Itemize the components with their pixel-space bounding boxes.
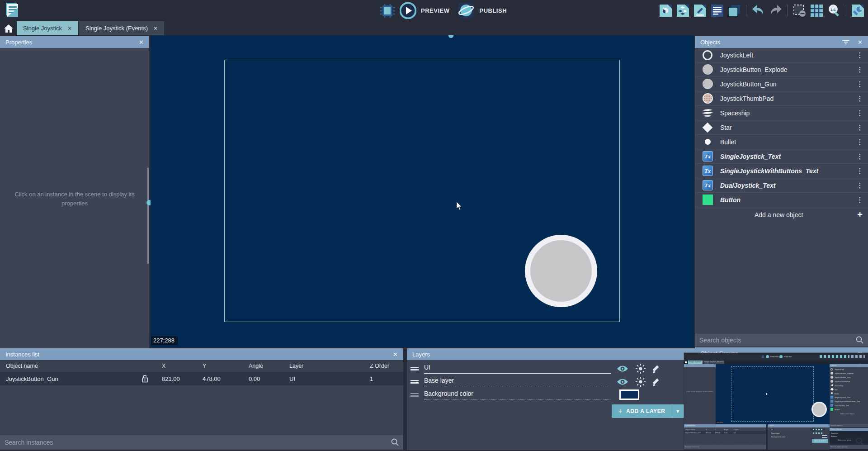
miniature-window-overlay: PREVIEW PUBLISH Single Joystick Single J… bbox=[684, 353, 868, 450]
layer-row[interactable]: UI bbox=[407, 362, 695, 375]
object-menu-icon[interactable]: ⋮ bbox=[856, 167, 863, 175]
preview-play-icon[interactable] bbox=[400, 2, 416, 19]
close-icon[interactable]: ✕ bbox=[858, 39, 863, 46]
objects-panel: Objects ✕ JoystickLeft ⋮ JoystickButton_… bbox=[695, 36, 868, 347]
object-row[interactable]: Spaceship ⋮ bbox=[695, 106, 868, 120]
mini-coord-badge: 476;312 bbox=[716, 421, 723, 423]
chevron-down-icon[interactable]: ▼ bbox=[672, 404, 684, 418]
drag-handle-icon[interactable] bbox=[410, 366, 419, 372]
layers-editor-icon[interactable] bbox=[728, 4, 741, 17]
mini-search-groups: Search object groups bbox=[830, 445, 868, 449]
tab-events[interactable]: Single Joystick (Events) ✕ bbox=[79, 21, 164, 35]
instances-list-icon[interactable] bbox=[711, 4, 724, 17]
layer-effects-icon[interactable] bbox=[636, 377, 646, 387]
object-menu-icon[interactable]: ⋮ bbox=[856, 95, 863, 103]
publish-button[interactable]: PUBLISH bbox=[479, 7, 507, 14]
mini-scene: 476;312 bbox=[716, 364, 830, 424]
object-row[interactable]: Tx DualJoystick_Text ⋮ bbox=[695, 178, 868, 193]
tab-scene[interactable]: Single Joystick ✕ bbox=[17, 21, 78, 35]
object-menu-icon[interactable]: ⋮ bbox=[856, 109, 863, 117]
objects-editor-icon[interactable] bbox=[659, 4, 672, 17]
objects-search-bar bbox=[695, 334, 868, 346]
object-row[interactable]: JoystickButton_Gun ⋮ bbox=[695, 77, 868, 91]
gray-circle-icon bbox=[703, 64, 713, 75]
properties-editor-icon[interactable] bbox=[693, 4, 707, 17]
object-row[interactable]: Button ⋮ bbox=[695, 193, 868, 207]
home-tab[interactable] bbox=[0, 21, 17, 35]
edit-pencil-icon[interactable] bbox=[653, 364, 662, 373]
preview-publish-toolbar: PREVIEW PUBLISH bbox=[380, 0, 507, 21]
object-row[interactable]: JoystickLeft ⋮ bbox=[695, 48, 868, 62]
preview-button[interactable]: PREVIEW bbox=[421, 7, 449, 14]
joystick-button-instance[interactable] bbox=[525, 235, 597, 307]
grid-icon[interactable] bbox=[810, 4, 823, 17]
object-menu-icon[interactable]: ⋮ bbox=[856, 196, 863, 204]
object-row[interactable]: Tx SingleJoystickWithButtons_Text ⋮ bbox=[695, 164, 868, 178]
instance-row[interactable]: JoystickButton_Gun 821.00 478.00 0.00 UI… bbox=[0, 372, 403, 385]
spaceship-icon bbox=[702, 108, 713, 118]
instances-column-headers: Object name X Y Angle Layer Z Order bbox=[0, 360, 403, 372]
object-row[interactable]: JoystickThumbPad ⋮ bbox=[695, 91, 868, 106]
scrollbar[interactable] bbox=[147, 168, 149, 264]
settings-wrench-icon[interactable] bbox=[851, 4, 864, 17]
visibility-eye-icon[interactable] bbox=[617, 365, 628, 373]
object-groups-editor-icon[interactable] bbox=[676, 4, 689, 17]
undo-icon[interactable] bbox=[751, 5, 765, 16]
mini-joystick-circle bbox=[811, 402, 827, 417]
panel-title: Instances list bbox=[5, 351, 39, 358]
object-row[interactable]: Bullet ⋮ bbox=[695, 135, 868, 149]
object-menu-icon[interactable]: ⋮ bbox=[856, 51, 863, 59]
project-manager-icon[interactable] bbox=[5, 2, 20, 19]
panel-title: Layers bbox=[412, 351, 430, 358]
clear-selection-icon[interactable] bbox=[793, 4, 806, 17]
layer-effects-icon[interactable] bbox=[636, 364, 646, 374]
layer-name-field[interactable]: Base layer bbox=[424, 377, 611, 386]
close-icon[interactable]: ✕ bbox=[139, 39, 144, 46]
visibility-eye-icon[interactable] bbox=[617, 378, 628, 386]
layer-row[interactable]: Background color bbox=[407, 388, 695, 401]
panel-resize-handle-top[interactable] bbox=[448, 35, 453, 38]
filter-icon[interactable] bbox=[842, 39, 849, 45]
dotted-circle-icon bbox=[703, 93, 713, 104]
instances-panel-header: Instances list ✕ bbox=[0, 348, 403, 360]
edit-pencil-icon[interactable] bbox=[653, 377, 662, 386]
search-objects-input[interactable] bbox=[699, 337, 856, 344]
search-instances-input[interactable] bbox=[5, 439, 391, 446]
drag-handle-icon[interactable] bbox=[410, 379, 419, 385]
object-menu-icon[interactable]: ⋮ bbox=[856, 152, 863, 161]
close-tab-icon[interactable]: ✕ bbox=[153, 25, 158, 32]
text-object-icon: Tx bbox=[703, 166, 713, 176]
drag-handle-icon bbox=[410, 392, 419, 398]
toolbar-separator bbox=[788, 5, 788, 16]
toolbar-separator bbox=[846, 5, 846, 16]
close-tab-icon[interactable]: ✕ bbox=[67, 25, 72, 32]
object-row[interactable]: Star ⋮ bbox=[695, 120, 868, 135]
add-layer-button[interactable]: + ADD A LAYER ▼ bbox=[612, 404, 684, 418]
object-menu-icon[interactable]: ⋮ bbox=[856, 138, 863, 146]
layer-name-field[interactable]: UI bbox=[424, 364, 611, 374]
layer-row[interactable]: Base layer bbox=[407, 375, 695, 388]
debugger-icon[interactable] bbox=[380, 4, 395, 18]
background-color-swatch[interactable] bbox=[619, 389, 639, 400]
close-icon[interactable]: ✕ bbox=[393, 351, 398, 358]
object-row[interactable]: JoystickButton_Explode ⋮ bbox=[695, 62, 868, 77]
mini-game-frame bbox=[731, 366, 814, 422]
publish-planet-icon[interactable] bbox=[458, 2, 475, 19]
redo-icon[interactable] bbox=[769, 5, 783, 16]
mini-play-icon bbox=[766, 355, 769, 358]
object-menu-icon[interactable]: ⋮ bbox=[856, 123, 863, 132]
mini-publish-icon bbox=[779, 355, 783, 358]
top-toolbar: PREVIEW PUBLISH bbox=[0, 0, 868, 21]
zoom-1-1-icon[interactable]: 1:1 bbox=[827, 4, 841, 17]
add-object-row[interactable]: Add a new object + bbox=[695, 207, 868, 222]
instances-panel: Instances list ✕ Object name X Y Angle L… bbox=[0, 348, 403, 450]
layer-name-field[interactable]: Background color bbox=[424, 390, 611, 399]
mini-object-groups-header: Object Groups bbox=[830, 428, 868, 431]
object-menu-icon[interactable]: ⋮ bbox=[856, 80, 863, 88]
mini-debug-icon bbox=[762, 356, 764, 358]
object-row[interactable]: Tx SingleJoystick_Text ⋮ bbox=[695, 149, 868, 164]
lock-icon[interactable] bbox=[142, 375, 148, 383]
scene-editor-canvas[interactable]: 227;288 bbox=[151, 35, 694, 347]
object-menu-icon[interactable]: ⋮ bbox=[856, 181, 863, 190]
object-menu-icon[interactable]: ⋮ bbox=[856, 66, 863, 74]
